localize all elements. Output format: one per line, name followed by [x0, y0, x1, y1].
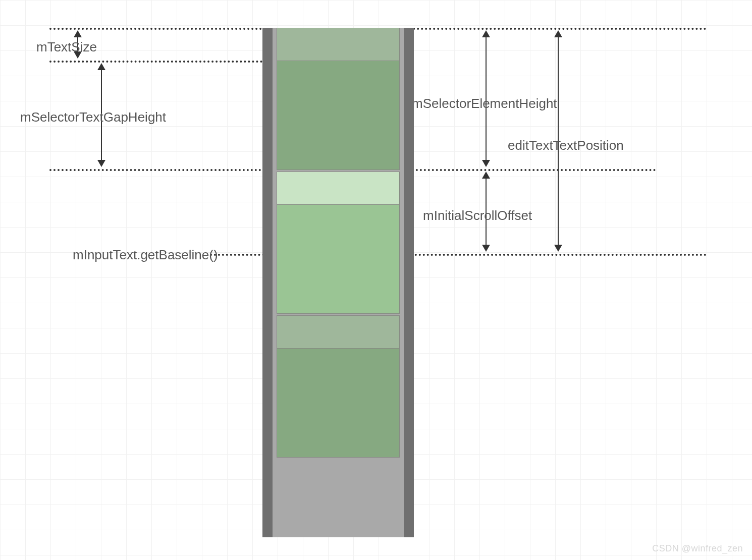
label-baseline: mInputText.getBaseline() — [73, 247, 218, 263]
number-picker-column — [262, 28, 414, 537]
wheel-item-1-gap — [277, 204, 400, 314]
label-mSelectorTextGapHeight: mSelectorTextGapHeight — [20, 109, 166, 125]
label-mTextSize: mTextSize — [36, 39, 97, 55]
label-mSelectorElementHeight: mSelectorElementHeight — [412, 96, 557, 111]
wheel-item-0-gap — [277, 61, 400, 170]
wheel-item-1-text — [277, 172, 400, 205]
watermark: CSDN @winfred_zen — [652, 543, 743, 554]
wheel-item-2-gap — [277, 348, 400, 458]
label-editTextTextPosition: editTextTextPosition — [508, 138, 624, 153]
wheel-item-0-text — [277, 28, 400, 62]
wheel-item-2-text — [277, 315, 400, 349]
label-mInitialScrollOffset: mInitialScrollOffset — [423, 208, 532, 223]
ref-line-after-textsize — [49, 61, 266, 63]
